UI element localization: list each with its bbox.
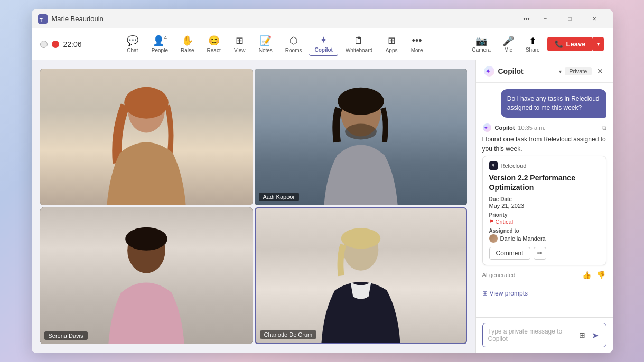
svg-point-8 — [125, 227, 167, 251]
copilot-button[interactable]: ✦ Copilot — [309, 32, 338, 56]
apps-button[interactable]: ⊞ Apps — [380, 33, 403, 55]
assigned-to-label: Assigned to — [489, 228, 600, 234]
assignee-avatar — [489, 234, 498, 243]
toolbar-left: 22:06 — [40, 40, 82, 49]
name-tag-2: Aadi Kapoor — [259, 193, 300, 201]
maximize-button[interactable]: □ — [558, 11, 582, 27]
share-button[interactable]: ⬆ Share — [521, 33, 544, 55]
video-grid: Aadi Kapoor Serena Davis — [32, 60, 475, 353]
react-icon: 😊 — [208, 35, 220, 46]
input-actions: ⊞ ➤ — [578, 329, 601, 341]
whiteboard-icon: 🗒 — [354, 35, 363, 46]
copilot-chevron-icon[interactable]: ▾ — [559, 69, 562, 74]
share-icon: ⬆ — [529, 35, 537, 47]
notes-label: Notes — [259, 47, 273, 53]
copilot-label: Copilot — [314, 47, 332, 53]
task-card: R Relecloud Version 2.2 Performance Opti… — [482, 156, 606, 265]
close-button[interactable]: ✕ — [582, 11, 606, 27]
view-icon: ⊞ — [236, 35, 244, 46]
apps-label: Apps — [386, 47, 398, 53]
people-label: People — [152, 47, 168, 53]
name-tag-4: Charlotte De Crum — [260, 330, 317, 339]
thumbs-up-button[interactable]: 👍 — [581, 270, 592, 280]
person-silhouette-4 — [256, 208, 466, 343]
view-label: View — [234, 47, 246, 53]
copilot-icon: ✦ — [320, 34, 328, 46]
bot-response-text: I found one task from Relevloud assigned… — [482, 135, 606, 154]
leave-dropdown-button[interactable]: ▾ — [593, 37, 604, 51]
comment-button[interactable]: Comment — [489, 247, 530, 260]
record-indicator — [52, 41, 59, 48]
camera-button[interactable]: 📷 Camera — [468, 33, 495, 55]
ai-generated-row: AI generated 👍 👎 — [482, 268, 606, 282]
relecloud-icon: R — [489, 161, 498, 170]
svg-point-3 — [124, 87, 169, 119]
more-label: More — [411, 47, 423, 53]
rooms-label: Rooms — [285, 47, 302, 53]
more-icon: ••• — [412, 35, 422, 46]
task-assignee-field: Assigned to Daniella Mandera — [489, 228, 600, 243]
chat-button[interactable]: 💬 Chat — [121, 33, 144, 55]
view-prompts-label: View prompts — [490, 290, 528, 297]
video-bg-4: Charlotte De Crum — [256, 208, 466, 343]
svg-point-6 — [345, 124, 377, 140]
apps-icon: ⊞ — [388, 35, 396, 46]
user-message: Do I have any tasks in Relecloud assigne… — [501, 89, 606, 118]
copilot-input-area: Type a private message to Copilot ⊞ ➤ — [476, 317, 613, 353]
bot-message-wrap: ✦ Copilot 10:35 a.m. ⧉ I found one task … — [482, 123, 606, 282]
task-due-date-field: Due Date May 21, 2023 — [489, 196, 600, 209]
people-button[interactable]: 👤4 People — [146, 33, 173, 55]
meeting-toolbar: 22:06 💬 Chat 👤4 People ✋ Raise 😊 React ⊞… — [32, 28, 613, 60]
copilot-close-button[interactable]: ✕ — [595, 66, 605, 77]
phone-icon: 📞 — [555, 40, 563, 48]
notes-icon: 📝 — [260, 35, 272, 46]
teams-window: T Marie Beaudouin − □ ✕ 22:06 💬 Chat 👤4 … — [32, 9, 613, 353]
more-button[interactable]: ••• More — [405, 33, 428, 55]
person-silhouette-3 — [40, 207, 253, 344]
mic-label: Mic — [504, 47, 512, 53]
svg-point-5 — [338, 88, 384, 115]
leave-button[interactable]: 📞 Leave — [547, 37, 593, 51]
copilot-body: Do I have any tasks in Relecloud assigne… — [476, 83, 613, 317]
more-options-button[interactable] — [524, 18, 529, 20]
meeting-timer: 22:06 — [63, 40, 82, 49]
priority-label: Priority — [489, 212, 600, 218]
video-tile-1 — [40, 69, 253, 205]
send-button[interactable]: ➤ — [590, 329, 601, 341]
whiteboard-button[interactable]: 🗒 Whiteboard — [340, 33, 378, 55]
leave-label: Leave — [566, 40, 586, 48]
copilot-input-box[interactable]: Type a private message to Copilot ⊞ ➤ — [482, 323, 606, 347]
react-button[interactable]: 😊 React — [202, 33, 226, 55]
minimize-button[interactable]: − — [534, 11, 558, 27]
copy-icon[interactable]: ⧉ — [602, 124, 606, 131]
toolbar-center: 💬 Chat 👤4 People ✋ Raise 😊 React ⊞ View … — [121, 32, 428, 56]
thumbs-down-button[interactable]: 👎 — [595, 270, 606, 280]
video-bg-2: Aadi Kapoor — [255, 69, 467, 205]
raise-icon: ✋ — [182, 35, 193, 46]
bot-name: Copilot — [495, 125, 515, 131]
teams-logo-icon: T — [38, 14, 48, 24]
mic-button[interactable]: 🎤 Mic — [498, 33, 518, 55]
due-date-value: May 21, 2023 — [489, 203, 600, 209]
copilot-panel: ✦ Copilot ▾ Private ✕ Do I have any task… — [475, 60, 613, 353]
view-prompts-button[interactable]: ⊞ View prompts — [482, 288, 606, 301]
assignee-name: Daniella Mandera — [500, 235, 546, 242]
video-tile-3: Serena Davis — [40, 207, 253, 344]
due-date-label: Due Date — [489, 196, 600, 202]
rooms-icon: ⬡ — [290, 35, 298, 46]
priority-flag-icon: ⚑ — [489, 218, 494, 224]
edit-button[interactable]: ✏ — [534, 247, 546, 260]
notes-button[interactable]: 📝 Notes — [254, 33, 278, 55]
view-button[interactable]: ⊞ View — [228, 33, 251, 55]
prompts-icon: ⊞ — [482, 290, 488, 297]
name-tag-3: Serena Davis — [44, 331, 88, 340]
grid-icon-button[interactable]: ⊞ — [578, 330, 586, 340]
task-app-name: Relecloud — [501, 163, 527, 169]
svg-text:T: T — [39, 16, 42, 22]
chat-icon: 💬 — [127, 35, 138, 46]
raise-button[interactable]: ✋ Raise — [175, 33, 200, 55]
raise-label: Raise — [181, 47, 194, 53]
camera-icon: 📷 — [475, 35, 487, 47]
rooms-button[interactable]: ⬡ Rooms — [280, 33, 307, 55]
svg-point-10 — [341, 228, 380, 249]
